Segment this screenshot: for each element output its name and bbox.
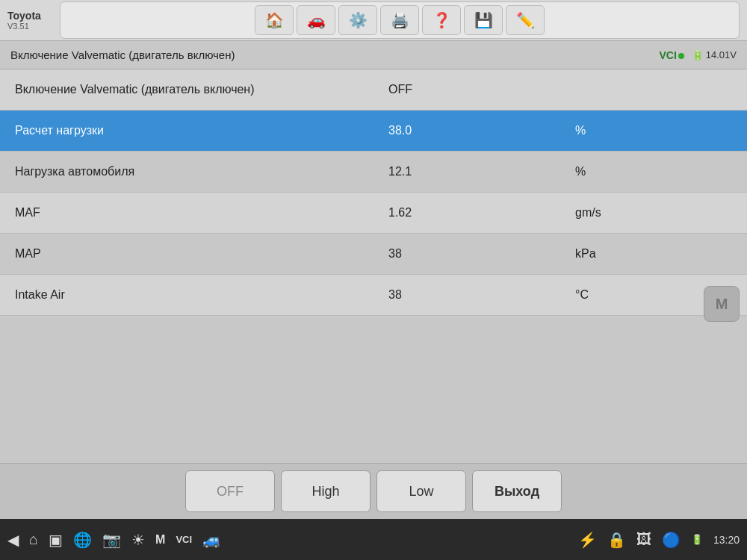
- bluetooth-icon: 🔵: [662, 531, 681, 549]
- vci-sys-icon[interactable]: VCI: [176, 534, 192, 545]
- row-name: Расчет нагрузки: [0, 111, 374, 152]
- home-sys-icon[interactable]: ⌂: [29, 531, 38, 548]
- recent-apps-icon[interactable]: ▣: [49, 531, 63, 549]
- content-area: Включение Valvematic (двигатель включен)…: [0, 69, 747, 453]
- toolbar: Toyota V3.51 🏠 🚗 ⚙️ 🖨️ ❓ 💾 ✏️: [0, 0, 747, 41]
- table-row[interactable]: Intake Air 38 °C: [0, 275, 747, 316]
- sys-battery-info: 🔋: [691, 534, 703, 545]
- data-table: Включение Valvematic (двигатель включен)…: [0, 69, 747, 316]
- m-sys-icon[interactable]: M: [155, 533, 165, 547]
- row-unit: kPa: [560, 234, 747, 275]
- low-button[interactable]: Low: [376, 470, 466, 512]
- camera-icon[interactable]: 📷: [102, 531, 121, 549]
- row-name: Intake Air: [0, 275, 374, 316]
- vci-status-icon: [678, 53, 684, 59]
- back-icon[interactable]: ◀: [7, 531, 19, 549]
- help-button[interactable]: ❓: [422, 5, 461, 35]
- row-unit: gm/s: [560, 193, 747, 234]
- brand-version: V3.51: [7, 22, 52, 31]
- row-value: 38: [374, 275, 560, 316]
- image-icon: 🖼: [636, 531, 651, 548]
- battery-icon: 🔋: [692, 49, 704, 60]
- table-row[interactable]: MAP 38 kPa: [0, 234, 747, 275]
- bottom-buttons: OFF High Low Выход: [0, 463, 747, 519]
- row-name: Включение Valvematic (двигатель включен): [0, 69, 374, 111]
- system-time: 13:20: [713, 534, 740, 546]
- brand-info: Toyota V3.51: [7, 10, 60, 31]
- row-name: MAF: [0, 193, 374, 234]
- off-button[interactable]: OFF: [185, 470, 275, 512]
- row-value: 1.62: [374, 193, 560, 234]
- table-row[interactable]: Нагрузка автомобиля 12.1 %: [0, 152, 747, 193]
- home-button[interactable]: 🏠: [255, 5, 294, 35]
- settings-button[interactable]: ⚙️: [338, 5, 377, 35]
- edit-button[interactable]: ✏️: [506, 5, 545, 35]
- brightness-icon[interactable]: ☀: [131, 531, 145, 549]
- print-button[interactable]: 🖨️: [380, 5, 419, 35]
- lock-icon: 🔒: [607, 531, 626, 549]
- row-name: MAP: [0, 234, 374, 275]
- table-row[interactable]: MAF 1.62 gm/s: [0, 193, 747, 234]
- brand-name: Toyota: [7, 10, 52, 22]
- row-unit: %: [560, 111, 747, 152]
- system-bar: ◀ ⌂ ▣ 🌐 📷 ☀ M VCI 🚙 ⚡ 🔒 🖼 🔵 🔋 13:20: [0, 519, 747, 560]
- m-float-button[interactable]: M: [704, 286, 740, 322]
- header-bar: Включение Valvematic (двигатель включен)…: [0, 41, 747, 69]
- header-title: Включение Valvematic (двигатель включен): [10, 49, 235, 61]
- high-button[interactable]: High: [281, 470, 371, 512]
- row-value: 38.0: [374, 111, 560, 152]
- save-button[interactable]: 💾: [464, 5, 503, 35]
- battery-info: 🔋 14.01V: [692, 49, 737, 60]
- vci-label: VCI: [659, 49, 684, 61]
- table-row[interactable]: Включение Valvematic (двигатель включен)…: [0, 69, 747, 111]
- row-value: 38: [374, 234, 560, 275]
- row-unit: %: [560, 152, 747, 193]
- car-sys-icon[interactable]: 🚙: [202, 531, 221, 549]
- lightning-icon: ⚡: [578, 531, 597, 549]
- row-value: 12.1: [374, 152, 560, 193]
- exit-button[interactable]: Выход: [472, 470, 562, 512]
- battery-value: 14.01V: [706, 49, 737, 60]
- row-unit: [560, 69, 747, 111]
- row-value: OFF: [374, 69, 560, 111]
- row-name: Нагрузка автомобиля: [0, 152, 374, 193]
- car-button[interactable]: 🚗: [297, 5, 335, 35]
- toolbar-buttons: 🏠 🚗 ⚙️ 🖨️ ❓ 💾 ✏️: [60, 1, 740, 39]
- table-row[interactable]: Расчет нагрузки 38.0 %: [0, 111, 747, 152]
- chrome-icon[interactable]: 🌐: [73, 531, 92, 549]
- header-right: VCI 🔋 14.01V: [659, 49, 737, 61]
